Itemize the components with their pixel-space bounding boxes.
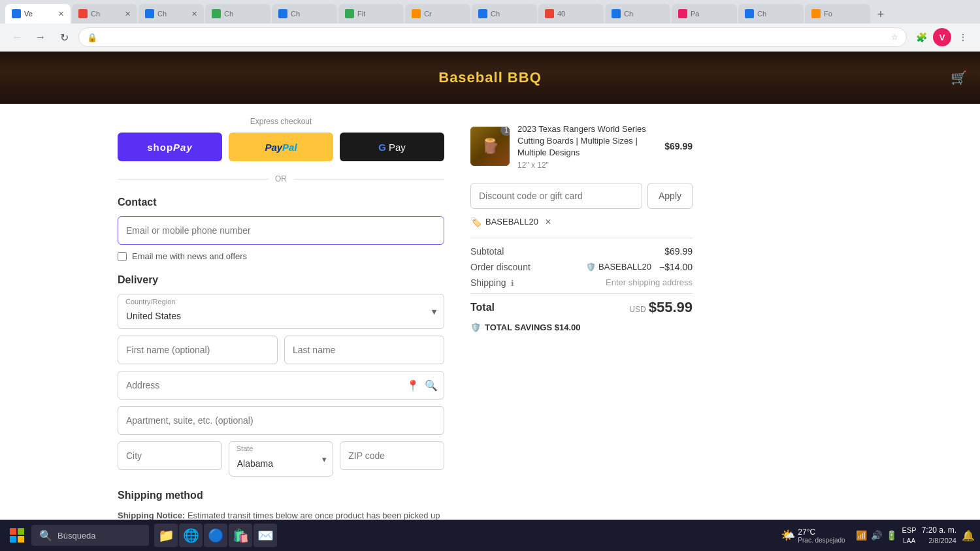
forward-button[interactable]: → bbox=[31, 28, 50, 46]
apt-input[interactable] bbox=[118, 406, 444, 435]
tab-favicon bbox=[145, 9, 154, 18]
shopify-pay-button[interactable]: shopPay bbox=[118, 133, 222, 161]
location-icon[interactable]: 📍 bbox=[406, 379, 419, 392]
tab-inactive-4[interactable]: Ch bbox=[272, 4, 337, 24]
remove-discount-button[interactable]: ✕ bbox=[545, 217, 551, 227]
discount-tag-icon: 🏷️ bbox=[470, 217, 482, 227]
shipping-summary-label: Shipping ℹ bbox=[470, 277, 514, 288]
city-input[interactable] bbox=[118, 441, 222, 470]
product-row: 🪵 1 2023 Texas Rangers World Series Cutt… bbox=[470, 123, 693, 170]
last-name-input[interactable] bbox=[284, 336, 444, 364]
address-field-wrap: 📍 🔍 bbox=[118, 371, 444, 400]
tab-inactive-9[interactable]: Ch bbox=[605, 4, 670, 24]
total-currency: USD bbox=[629, 305, 645, 314]
weather-info: 27°C Prac. despejado bbox=[798, 527, 845, 544]
edge-icon: 🔵 bbox=[208, 527, 224, 543]
tab-inactive-12[interactable]: Fo bbox=[805, 4, 870, 24]
subtotal-row: Subtotal $69.99 bbox=[470, 246, 693, 257]
tab-close-button[interactable]: ✕ bbox=[191, 10, 197, 18]
state-select-wrap: State Alabama Alaska Arizona California … bbox=[229, 441, 334, 477]
newsletter-label: Email me with news and offers bbox=[132, 251, 247, 261]
bookmark-icon[interactable]: ☆ bbox=[891, 33, 898, 42]
network-icon[interactable]: 📶 bbox=[856, 530, 867, 541]
tab-inactive-8[interactable]: 40 bbox=[538, 4, 604, 24]
product-variant: 12" x 12" bbox=[517, 161, 657, 170]
country-select[interactable]: United States Canada United Kingdom bbox=[118, 294, 444, 329]
svg-rect-3 bbox=[18, 536, 24, 543]
express-checkout-section: Express checkout shopPay PayPal G Pay bbox=[118, 117, 444, 161]
tab-inactive-10[interactable]: Pa bbox=[672, 4, 737, 24]
search-address-icon[interactable]: 🔍 bbox=[425, 379, 438, 392]
tab-favicon bbox=[212, 9, 221, 18]
tab-inactive-5[interactable]: Fit bbox=[338, 4, 404, 24]
extensions-button[interactable]: 🧩 bbox=[912, 28, 930, 46]
page-content: Baseball BBQ 🛒 Express checkout shopPay … bbox=[0, 52, 980, 551]
tab-inactive-3[interactable]: Ch bbox=[205, 4, 270, 24]
first-name-input[interactable] bbox=[118, 336, 278, 364]
taskbar-app-explorer[interactable]: 📁 bbox=[154, 524, 178, 547]
gpay-button[interactable]: G Pay bbox=[340, 133, 444, 161]
tab-inactive-2[interactable]: Ch ✕ bbox=[139, 4, 204, 24]
tab-favicon bbox=[811, 9, 821, 18]
reload-button[interactable]: ↻ bbox=[55, 28, 73, 46]
country-region-field[interactable]: Country/Region United States Canada Unit… bbox=[118, 294, 444, 329]
tab-close-button[interactable]: ✕ bbox=[125, 10, 131, 18]
order-summary-rows: Subtotal $69.99 Order discount 🛡️ BASEBA… bbox=[470, 238, 693, 316]
battery-icon[interactable]: 🔋 bbox=[886, 530, 897, 541]
savings-label: TOTAL SAVINGS $14.00 bbox=[485, 323, 580, 332]
taskbar-app-mail[interactable]: ✉️ bbox=[253, 524, 277, 547]
paypal-button[interactable]: PayPal bbox=[229, 133, 333, 161]
taskbar-app-chrome[interactable]: 🌐 bbox=[179, 524, 203, 547]
zip-input[interactable] bbox=[340, 441, 444, 470]
address-bar[interactable]: 🔒 baseballbbq.com/checkouts/cn/Z2NwLXVzL… bbox=[78, 27, 907, 47]
total-row: Total USD $55.99 bbox=[470, 293, 693, 316]
site-logo: Baseball BBQ bbox=[438, 69, 542, 86]
volume-icon[interactable]: 🔊 bbox=[871, 530, 882, 541]
newsletter-checkbox-row: Email me with news and offers bbox=[118, 251, 444, 261]
address-input[interactable] bbox=[118, 371, 444, 400]
shipping-info-icon[interactable]: ℹ bbox=[511, 279, 514, 288]
express-checkout-label: Express checkout bbox=[118, 117, 444, 126]
taskbar-time[interactable]: 7:20 a. m. 2/8/2024 bbox=[922, 525, 956, 546]
product-info: 2023 Texas Rangers World Series Cutting … bbox=[517, 123, 657, 170]
profile-button[interactable]: V bbox=[933, 28, 951, 46]
tab-inactive-1[interactable]: Ch ✕ bbox=[72, 4, 137, 24]
current-date: 2/8/2024 bbox=[922, 536, 956, 546]
taskbar-apps: 📁 🌐 🔵 🛍️ ✉️ bbox=[154, 524, 277, 547]
gpay-g: G bbox=[378, 142, 386, 153]
taskbar-app-store[interactable]: 🛍️ bbox=[229, 524, 252, 547]
savings-shield-icon: 🛡️ bbox=[470, 323, 481, 332]
keyboard-lang[interactable]: ESP LAA bbox=[902, 525, 917, 546]
express-checkout-buttons: shopPay PayPal G Pay bbox=[118, 133, 444, 161]
discount-code-input[interactable] bbox=[470, 183, 642, 209]
apply-discount-button[interactable]: Apply bbox=[647, 183, 693, 209]
site-header: Baseball BBQ 🛒 bbox=[0, 52, 980, 104]
notifications-button[interactable]: 🔔 bbox=[962, 529, 975, 542]
tab-inactive-6[interactable]: Cr bbox=[405, 4, 470, 24]
weather-temp: 27°C bbox=[798, 527, 845, 537]
cart-icon[interactable]: 🛒 bbox=[951, 70, 967, 86]
tab-inactive-7[interactable]: Ch bbox=[472, 4, 537, 24]
state-select[interactable]: Alabama Alaska Arizona California Texas bbox=[229, 441, 334, 477]
back-button[interactable]: ← bbox=[8, 28, 26, 46]
email-phone-input[interactable] bbox=[118, 216, 444, 245]
tab-inactive-11[interactable]: Ch bbox=[738, 4, 804, 24]
start-button[interactable] bbox=[5, 524, 29, 547]
url-input[interactable]: baseballbbq.com/checkouts/cn/Z2NwLXVzLWV… bbox=[101, 33, 887, 41]
tab-favicon bbox=[412, 9, 421, 18]
product-name: 2023 Texas Rangers World Series Cutting … bbox=[517, 123, 657, 159]
discount-code-row: Apply bbox=[470, 183, 693, 209]
active-tab[interactable]: Ve ✕ bbox=[5, 4, 71, 24]
tab-close-button[interactable]: ✕ bbox=[58, 10, 64, 18]
browser-toolbar: ← → ↻ 🔒 baseballbbq.com/checkouts/cn/Z2N… bbox=[0, 24, 980, 51]
total-label: Total bbox=[470, 302, 495, 313]
taskbar-app-edge[interactable]: 🔵 bbox=[204, 524, 227, 547]
total-amount-group: USD $55.99 bbox=[629, 299, 693, 316]
paypal-label: PayPal bbox=[265, 142, 297, 153]
taskbar-search[interactable]: 🔍 Búsqueda bbox=[31, 525, 149, 546]
contact-section: Contact Email me with news and offers bbox=[118, 197, 444, 261]
mail-icon: ✉️ bbox=[257, 527, 274, 543]
newsletter-checkbox[interactable] bbox=[118, 252, 127, 261]
more-button[interactable]: ⋮ bbox=[954, 28, 972, 46]
new-tab-button[interactable]: + bbox=[872, 5, 890, 24]
